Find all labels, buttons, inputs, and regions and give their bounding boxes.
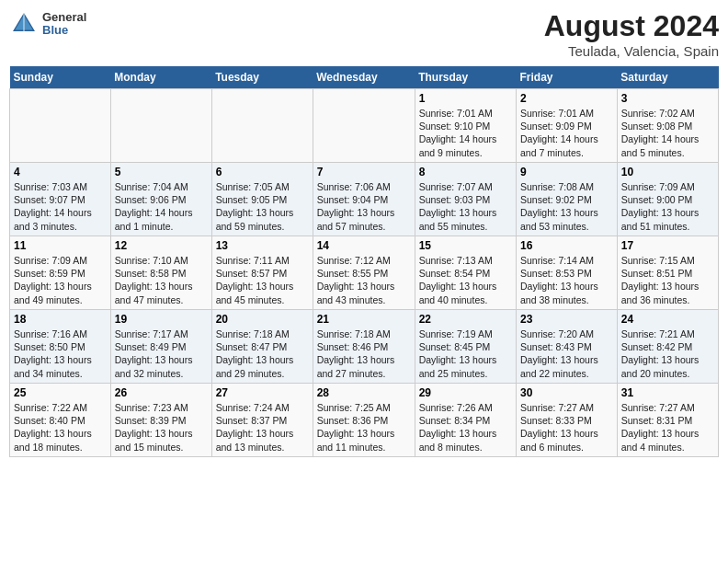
day-cell: 4Sunrise: 7:03 AM Sunset: 9:07 PM Daylig…: [10, 163, 111, 236]
day-info: Sunrise: 7:25 AM Sunset: 8:36 PM Dayligh…: [317, 401, 411, 454]
day-number: 13: [216, 239, 309, 252]
header-row: SundayMondayTuesdayWednesdayThursdayFrid…: [10, 66, 719, 89]
day-info: Sunrise: 7:24 AM Sunset: 8:37 PM Dayligh…: [216, 401, 309, 454]
day-cell: 31Sunrise: 7:27 AM Sunset: 8:31 PM Dayli…: [617, 384, 718, 457]
day-cell: 6Sunrise: 7:05 AM Sunset: 9:05 PM Daylig…: [211, 163, 313, 236]
day-number: 1: [419, 92, 512, 105]
day-info: Sunrise: 7:13 AM Sunset: 8:54 PM Dayligh…: [419, 254, 512, 306]
day-number: 14: [317, 239, 411, 252]
day-number: 21: [317, 313, 411, 326]
day-cell: 20Sunrise: 7:18 AM Sunset: 8:47 PM Dayli…: [211, 310, 313, 384]
day-info: Sunrise: 7:16 AM Sunset: 8:50 PM Dayligh…: [14, 327, 107, 380]
day-number: 6: [216, 166, 309, 178]
day-cell: 19Sunrise: 7:17 AM Sunset: 8:49 PM Dayli…: [110, 310, 211, 384]
logo-general: General: [42, 11, 86, 24]
day-cell: [313, 89, 415, 163]
day-number: 20: [216, 313, 309, 326]
day-cell: [10, 89, 111, 163]
day-cell: 22Sunrise: 7:19 AM Sunset: 8:45 PM Dayli…: [415, 310, 516, 384]
day-number: 19: [115, 313, 208, 326]
day-cell: 2Sunrise: 7:01 AM Sunset: 9:09 PM Daylig…: [517, 89, 618, 163]
day-cell: 17Sunrise: 7:15 AM Sunset: 8:51 PM Dayli…: [617, 236, 718, 310]
day-cell: 15Sunrise: 7:13 AM Sunset: 8:54 PM Dayli…: [415, 236, 516, 310]
logo-blue: Blue: [42, 24, 86, 37]
day-number: 23: [520, 313, 613, 326]
header-monday: Monday: [110, 66, 211, 89]
week-row-4: 18Sunrise: 7:16 AM Sunset: 8:50 PM Dayli…: [10, 310, 719, 384]
day-cell: 18Sunrise: 7:16 AM Sunset: 8:50 PM Dayli…: [10, 310, 111, 384]
day-cell: 28Sunrise: 7:25 AM Sunset: 8:36 PM Dayli…: [313, 384, 415, 457]
day-info: Sunrise: 7:27 AM Sunset: 8:33 PM Dayligh…: [520, 401, 613, 454]
header-sunday: Sunday: [10, 66, 111, 89]
day-info: Sunrise: 7:14 AM Sunset: 8:53 PM Dayligh…: [520, 254, 613, 306]
day-cell: 12Sunrise: 7:10 AM Sunset: 8:58 PM Dayli…: [110, 236, 211, 310]
day-cell: 8Sunrise: 7:07 AM Sunset: 9:03 PM Daylig…: [415, 163, 516, 236]
day-info: Sunrise: 7:09 AM Sunset: 9:00 PM Dayligh…: [621, 180, 714, 233]
header-tuesday: Tuesday: [211, 66, 313, 89]
day-number: 12: [115, 239, 208, 252]
day-info: Sunrise: 7:22 AM Sunset: 8:40 PM Dayligh…: [14, 401, 107, 454]
day-number: 8: [419, 166, 512, 178]
week-row-2: 4Sunrise: 7:03 AM Sunset: 9:07 PM Daylig…: [10, 163, 719, 236]
day-info: Sunrise: 7:10 AM Sunset: 8:58 PM Dayligh…: [115, 254, 208, 306]
day-number: 25: [14, 386, 107, 399]
day-number: 29: [419, 386, 512, 399]
logo-icon: [9, 9, 39, 39]
day-info: Sunrise: 7:17 AM Sunset: 8:49 PM Dayligh…: [115, 327, 208, 380]
day-cell: 24Sunrise: 7:21 AM Sunset: 8:42 PM Dayli…: [617, 310, 718, 384]
header-wednesday: Wednesday: [313, 66, 415, 89]
day-info: Sunrise: 7:07 AM Sunset: 9:03 PM Dayligh…: [419, 180, 512, 233]
day-number: 26: [115, 386, 208, 399]
day-info: Sunrise: 7:15 AM Sunset: 8:51 PM Dayligh…: [621, 254, 714, 306]
day-info: Sunrise: 7:05 AM Sunset: 9:05 PM Dayligh…: [216, 180, 309, 233]
day-number: 5: [115, 166, 208, 178]
calendar-header: SundayMondayTuesdayWednesdayThursdayFrid…: [10, 66, 719, 89]
header-thursday: Thursday: [415, 66, 516, 89]
day-info: Sunrise: 7:06 AM Sunset: 9:04 PM Dayligh…: [317, 180, 411, 233]
logo: General Blue: [9, 9, 86, 39]
day-number: 15: [419, 239, 512, 252]
day-number: 3: [621, 92, 714, 105]
week-row-5: 25Sunrise: 7:22 AM Sunset: 8:40 PM Dayli…: [10, 384, 719, 457]
day-number: 11: [14, 239, 107, 252]
calendar-body: 1Sunrise: 7:01 AM Sunset: 9:10 PM Daylig…: [10, 89, 719, 457]
page-header: General Blue August 2024 Teulada, Valenc…: [9, 9, 719, 59]
day-info: Sunrise: 7:18 AM Sunset: 8:46 PM Dayligh…: [317, 327, 411, 380]
day-info: Sunrise: 7:08 AM Sunset: 9:02 PM Dayligh…: [520, 180, 613, 233]
day-info: Sunrise: 7:12 AM Sunset: 8:55 PM Dayligh…: [317, 254, 411, 306]
day-number: 31: [621, 386, 714, 399]
day-info: Sunrise: 7:27 AM Sunset: 8:31 PM Dayligh…: [621, 401, 714, 454]
day-cell: 29Sunrise: 7:26 AM Sunset: 8:34 PM Dayli…: [415, 384, 516, 457]
day-cell: 13Sunrise: 7:11 AM Sunset: 8:57 PM Dayli…: [211, 236, 313, 310]
day-cell: 14Sunrise: 7:12 AM Sunset: 8:55 PM Dayli…: [313, 236, 415, 310]
day-info: Sunrise: 7:18 AM Sunset: 8:47 PM Dayligh…: [216, 327, 309, 380]
day-number: 2: [520, 92, 613, 105]
day-info: Sunrise: 7:09 AM Sunset: 8:59 PM Dayligh…: [14, 254, 107, 306]
logo-text: General Blue: [42, 11, 86, 38]
calendar-table: SundayMondayTuesdayWednesdayThursdayFrid…: [9, 66, 719, 457]
week-row-3: 11Sunrise: 7:09 AM Sunset: 8:59 PM Dayli…: [10, 236, 719, 310]
day-cell: 25Sunrise: 7:22 AM Sunset: 8:40 PM Dayli…: [10, 384, 111, 457]
day-info: Sunrise: 7:19 AM Sunset: 8:45 PM Dayligh…: [419, 327, 512, 380]
day-cell: 1Sunrise: 7:01 AM Sunset: 9:10 PM Daylig…: [415, 89, 516, 163]
day-number: 18: [14, 313, 107, 326]
header-friday: Friday: [517, 66, 618, 89]
day-info: Sunrise: 7:04 AM Sunset: 9:06 PM Dayligh…: [115, 180, 208, 233]
day-cell: 11Sunrise: 7:09 AM Sunset: 8:59 PM Dayli…: [10, 236, 111, 310]
day-number: 4: [14, 166, 107, 178]
day-cell: 23Sunrise: 7:20 AM Sunset: 8:43 PM Dayli…: [517, 310, 618, 384]
day-cell: 30Sunrise: 7:27 AM Sunset: 8:33 PM Dayli…: [517, 384, 618, 457]
day-info: Sunrise: 7:26 AM Sunset: 8:34 PM Dayligh…: [419, 401, 512, 454]
title-block: August 2024 Teulada, Valencia, Spain: [544, 9, 719, 59]
day-cell: 26Sunrise: 7:23 AM Sunset: 8:39 PM Dayli…: [110, 384, 211, 457]
day-info: Sunrise: 7:11 AM Sunset: 8:57 PM Dayligh…: [216, 254, 309, 306]
day-number: 22: [419, 313, 512, 326]
day-number: 9: [520, 166, 613, 178]
day-number: 7: [317, 166, 411, 178]
calendar-title: August 2024: [544, 9, 719, 43]
day-cell: 9Sunrise: 7:08 AM Sunset: 9:02 PM Daylig…: [517, 163, 618, 236]
day-info: Sunrise: 7:21 AM Sunset: 8:42 PM Dayligh…: [621, 327, 714, 380]
header-saturday: Saturday: [617, 66, 718, 89]
day-info: Sunrise: 7:01 AM Sunset: 9:09 PM Dayligh…: [520, 107, 613, 159]
day-number: 16: [520, 239, 613, 252]
